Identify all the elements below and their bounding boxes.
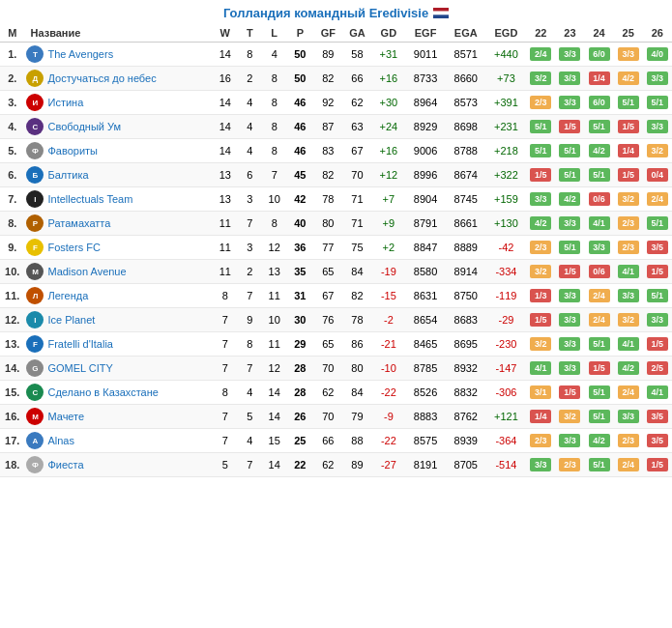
match-badge: 2/4 (618, 385, 639, 399)
badge-col-0: 3/2 (526, 332, 555, 357)
ga-cell: 78 (342, 308, 371, 332)
badge-col-1: 3/3 (555, 67, 584, 91)
team-name-cell[interactable]: ФФавориты (24, 139, 213, 163)
t-cell: 9 (238, 308, 262, 332)
team-name-cell[interactable]: IIce Planet (24, 308, 213, 332)
badge-col-1: 3/3 (555, 284, 584, 308)
badge-col-4: 3/3 (643, 308, 672, 332)
team-name-cell[interactable]: FFratelli d'Italia (24, 332, 213, 357)
match-badge: 3/1 (530, 385, 551, 399)
t-cell: 7 (238, 453, 262, 477)
match-badge: 2/4 (530, 47, 551, 61)
team-name-cell[interactable]: ИИстина (24, 91, 213, 115)
badge-col-1: 3/3 (555, 43, 584, 67)
ga-cell: 70 (342, 163, 371, 187)
team-name-cell[interactable]: ЛЛегенда (24, 284, 213, 308)
match-badge: 3/3 (559, 313, 580, 327)
gd-cell: +24 (371, 115, 405, 139)
p-cell: 29 (286, 332, 313, 357)
table-row: 17.AAlnas7415256688-2285758939-3642/33/3… (0, 429, 672, 453)
badge-col-1: 3/3 (555, 212, 584, 236)
team-name-cell[interactable]: ССделано в Казахстане (24, 381, 213, 405)
p-cell: 50 (286, 67, 313, 91)
team-name-cell[interactable]: GGOMEL CITY (24, 357, 213, 381)
gd-cell: -21 (371, 332, 405, 357)
match-badge: 4/2 (618, 71, 639, 85)
match-badge: 5/1 (647, 216, 668, 230)
badge-col-4: 1/5 (643, 453, 672, 477)
match-badge: 4/2 (618, 361, 639, 375)
badge-col-1: 1/5 (555, 115, 584, 139)
egf-cell: 9011 (405, 43, 446, 67)
match-badge: 1/5 (618, 168, 639, 182)
match-badge: 1/5 (647, 265, 668, 278)
flag-icon (433, 8, 449, 18)
match-badge: 3/3 (618, 47, 639, 61)
team-name-cell[interactable]: ББалтика (24, 163, 213, 187)
gf-cell: 82 (313, 67, 342, 91)
match-badge: 3/3 (647, 120, 668, 133)
rank-cell: 9. (0, 236, 24, 260)
ega-cell: 8660 (446, 67, 486, 91)
match-badge: 3/5 (647, 241, 668, 254)
team-name-cell[interactable]: ММачете (24, 405, 213, 429)
match-badge: 2/3 (618, 434, 639, 447)
egd-cell: +440 (486, 43, 527, 67)
match-badge: 3/5 (647, 410, 668, 423)
team-name-cell[interactable]: TThe Avengers (24, 43, 213, 67)
badge-col-1: 1/5 (555, 260, 584, 284)
table-row: 6.ББалтика1367458270+1289968674+3221/55/… (0, 163, 672, 187)
team-name-cell[interactable]: MMadison Avenue (24, 260, 213, 284)
gf-cell: 78 (313, 187, 342, 212)
team-name-text: Fosters FC (47, 242, 100, 253)
team-name-cell[interactable]: AAlnas (24, 429, 213, 453)
match-badge: 3/2 (618, 313, 639, 327)
match-badge: 1/3 (530, 289, 551, 302)
badge-col-0: 3/3 (526, 187, 555, 212)
ega-cell: 8932 (446, 357, 486, 381)
gd-cell: +16 (371, 139, 405, 163)
egd-cell: -29 (486, 308, 527, 332)
l-cell: 14 (262, 381, 286, 405)
team-name-cell[interactable]: РРатамахатта (24, 212, 213, 236)
w-cell: 8 (213, 381, 237, 405)
team-logo: F (26, 335, 44, 353)
match-badge: 2/3 (530, 434, 551, 447)
match-badge: 5/1 (589, 337, 610, 351)
team-name-cell[interactable]: FFosters FC (24, 236, 213, 260)
t-cell: 4 (238, 91, 262, 115)
ega-cell: 8745 (446, 187, 486, 212)
ga-cell: 58 (342, 43, 371, 67)
header-w: W (213, 24, 237, 43)
match-badge: 5/1 (589, 120, 610, 133)
match-badge: 2/3 (530, 96, 551, 109)
team-name-text: The Avengers (47, 48, 113, 60)
team-name-cell[interactable]: ФФиеста (24, 453, 213, 477)
team-name-cell[interactable]: IIntellectuals Team (24, 187, 213, 212)
egf-cell: 8580 (405, 260, 446, 284)
ega-cell: 8939 (446, 429, 486, 453)
header-ega: EGA (446, 24, 486, 43)
l-cell: 12 (262, 236, 286, 260)
table-row: 1.TThe Avengers1484508958+3190118571+440… (0, 43, 672, 67)
badge-col-2: 4/2 (585, 429, 614, 453)
team-name-text: Alnas (47, 435, 74, 446)
badge-col-4: 4/0 (643, 43, 672, 67)
team-name-cell[interactable]: ДДостучаться до небес (24, 67, 213, 91)
badge-col-3: 4/1 (614, 332, 643, 357)
match-badge: 1/5 (559, 120, 580, 133)
table-row: 18.ФФиеста5714226289-2781918705-5143/32/… (0, 453, 672, 477)
w-cell: 11 (213, 212, 237, 236)
w-cell: 7 (213, 429, 237, 453)
badge-col-2: 0/6 (585, 187, 614, 212)
match-badge: 4/1 (618, 265, 639, 278)
team-name-cell[interactable]: ССвободный Ум (24, 115, 213, 139)
badge-col-2: 6/0 (585, 43, 614, 67)
p-cell: 36 (286, 236, 313, 260)
team-logo: С (26, 118, 44, 135)
badge-col-1: 1/5 (555, 381, 584, 405)
egd-cell: +322 (486, 163, 527, 187)
ga-cell: 63 (342, 115, 371, 139)
rank-cell: 15. (0, 381, 24, 405)
gd-cell: +16 (371, 67, 405, 91)
